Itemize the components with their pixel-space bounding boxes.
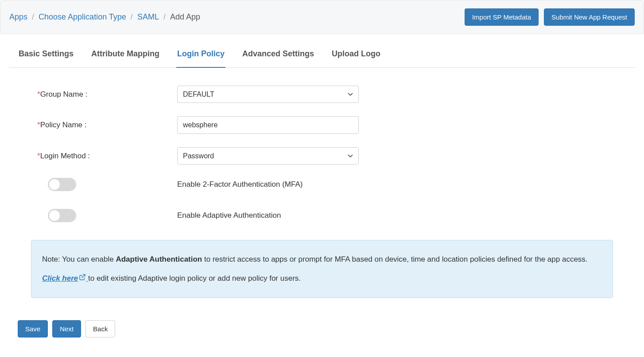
- save-button[interactable]: Save: [18, 320, 48, 337]
- note-bold: Adaptive Authentication: [116, 255, 202, 263]
- click-here-suffix: to edit existing Adaptive login policy o…: [88, 274, 301, 282]
- adaptive-label: Enable Adaptive Authentication: [177, 211, 281, 220]
- breadcrumb-choose-type[interactable]: Choose Application Type: [39, 12, 126, 22]
- mfa-toggle-col: [27, 178, 177, 191]
- import-sp-metadata-button[interactable]: Import SP Metadata: [465, 8, 539, 26]
- group-name-row: *Group Name : DEFAULT: [27, 86, 617, 103]
- tabs: Basic Settings Attribute Mapping Login P…: [9, 43, 635, 68]
- tab-basic-settings[interactable]: Basic Settings: [18, 43, 74, 68]
- tab-advanced-settings[interactable]: Advanced Settings: [241, 43, 315, 68]
- note-box: Note: You can enable Adaptive Authentica…: [31, 240, 613, 298]
- adaptive-toggle-col: [27, 209, 177, 222]
- login-method-row: *Login Method : Password: [27, 147, 617, 165]
- external-link-icon: [79, 272, 86, 286]
- tab-upload-logo[interactable]: Upload Logo: [331, 43, 381, 68]
- footer-buttons: Save Next Back: [0, 320, 644, 346]
- submit-new-app-request-button[interactable]: Submit New App Request: [544, 8, 635, 26]
- mfa-row: Enable 2-Factor Authentication (MFA): [27, 178, 617, 191]
- breadcrumb: Apps / Choose Application Type / SAML / …: [9, 12, 200, 22]
- required-indicator: *: [37, 152, 40, 160]
- note-prefix: Note: You can enable: [42, 255, 116, 263]
- svg-line-0: [82, 275, 85, 278]
- breadcrumb-apps[interactable]: Apps: [9, 12, 27, 22]
- group-name-label: *Group Name :: [27, 90, 177, 99]
- note-suffix: to restrict access to apps or prompt for…: [202, 255, 587, 263]
- tab-attribute-mapping[interactable]: Attribute Mapping: [90, 43, 160, 68]
- policy-name-row: *Policy Name :: [27, 116, 617, 134]
- adaptive-toggle[interactable]: [48, 209, 76, 222]
- required-indicator: *: [37, 90, 40, 98]
- adaptive-row: Enable Adaptive Authentication: [27, 209, 617, 222]
- toggle-knob: [49, 210, 60, 221]
- mfa-toggle[interactable]: [48, 178, 76, 191]
- next-button[interactable]: Next: [52, 320, 81, 337]
- policy-name-input[interactable]: [177, 116, 359, 134]
- login-method-label: *Login Method :: [27, 152, 177, 161]
- required-indicator: *: [37, 121, 40, 129]
- group-name-select[interactable]: DEFAULT: [177, 86, 359, 103]
- breadcrumb-saml[interactable]: SAML: [137, 12, 159, 22]
- breadcrumb-separator: /: [32, 12, 34, 22]
- policy-name-label: *Policy Name :: [27, 121, 177, 129]
- header-buttons: Import SP Metadata Submit New App Reques…: [465, 8, 635, 26]
- login-method-select[interactable]: Password: [177, 147, 359, 165]
- back-button[interactable]: Back: [85, 320, 115, 337]
- breadcrumb-separator: /: [131, 12, 133, 22]
- header-bar: Apps / Choose Application Type / SAML / …: [0, 0, 644, 34]
- breadcrumb-separator: /: [163, 12, 166, 22]
- click-here-link[interactable]: Click here: [42, 274, 88, 282]
- mfa-label: Enable 2-Factor Authentication (MFA): [177, 180, 303, 189]
- toggle-knob: [49, 179, 60, 190]
- tab-login-policy[interactable]: Login Policy: [176, 43, 225, 68]
- form-area: *Group Name : DEFAULT *Policy Name : *Lo…: [0, 68, 644, 320]
- breadcrumb-current: Add App: [170, 12, 200, 22]
